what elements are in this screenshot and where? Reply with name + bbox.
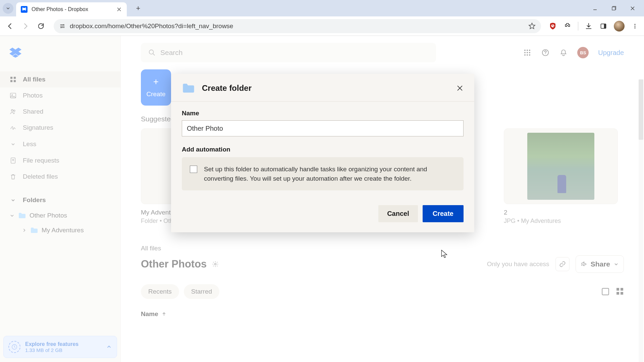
dropbox-favicon bbox=[21, 6, 28, 13]
create-folder-modal: Create folder Name Add automation Set up… bbox=[171, 74, 474, 232]
tab-search-dropdown[interactable] bbox=[3, 3, 13, 14]
new-tab-button[interactable]: + bbox=[132, 2, 144, 14]
svg-rect-1 bbox=[612, 7, 615, 10]
chevron-down-icon bbox=[6, 6, 10, 11]
extensions-icon[interactable] bbox=[563, 22, 572, 31]
reload-icon bbox=[37, 22, 45, 30]
forward-button[interactable] bbox=[20, 21, 31, 32]
dropbox-icon bbox=[22, 7, 26, 11]
downloads-icon[interactable] bbox=[584, 22, 593, 31]
browser-toolbar: dropbox.com/home/Other%20Photos?di=left_… bbox=[0, 16, 644, 36]
svg-point-7 bbox=[635, 24, 636, 25]
automation-option: Set up this folder to automatically hand… bbox=[182, 157, 464, 190]
ublock-extension-icon[interactable] bbox=[548, 22, 557, 31]
name-field-label: Name bbox=[182, 110, 464, 117]
tab-title: Other Photos - Dropbox bbox=[32, 6, 116, 12]
browser-profile-avatar[interactable] bbox=[614, 21, 625, 32]
bookmark-star-icon[interactable] bbox=[528, 22, 536, 30]
folder-name-input[interactable] bbox=[182, 120, 464, 136]
cancel-button[interactable]: Cancel bbox=[378, 205, 418, 222]
browser-tab[interactable]: Other Photos - Dropbox bbox=[16, 2, 127, 16]
browser-menu-icon[interactable] bbox=[631, 22, 639, 31]
automation-label: Add automation bbox=[182, 146, 464, 153]
arrow-right-icon bbox=[22, 22, 29, 30]
close-tab-icon[interactable] bbox=[116, 6, 122, 12]
modal-title: Create folder bbox=[202, 83, 252, 93]
svg-point-8 bbox=[635, 25, 636, 26]
automation-checkbox[interactable] bbox=[190, 166, 197, 173]
svg-point-9 bbox=[635, 27, 636, 28]
folder-icon bbox=[182, 82, 195, 94]
automation-description: Set up this folder to automatically hand… bbox=[204, 165, 455, 183]
svg-point-3 bbox=[60, 27, 61, 28]
create-confirm-button[interactable]: Create bbox=[423, 205, 464, 222]
separator bbox=[578, 22, 578, 31]
arrow-left-icon bbox=[6, 22, 14, 30]
site-settings-icon[interactable] bbox=[59, 23, 66, 29]
back-button[interactable] bbox=[5, 21, 15, 32]
address-bar[interactable]: dropbox.com/home/Other%20Photos?di=left_… bbox=[54, 19, 541, 33]
browser-tab-strip: Other Photos - Dropbox + bbox=[0, 0, 644, 16]
svg-rect-6 bbox=[604, 24, 606, 28]
sidepanel-icon[interactable] bbox=[599, 22, 608, 31]
close-icon[interactable] bbox=[456, 84, 464, 92]
window-controls bbox=[590, 4, 641, 13]
close-window-button[interactable] bbox=[628, 4, 637, 13]
svg-point-2 bbox=[63, 24, 64, 25]
reload-button[interactable] bbox=[36, 21, 46, 32]
url-text: dropbox.com/home/Other%20Photos?di=left_… bbox=[70, 22, 524, 30]
maximize-button[interactable] bbox=[609, 4, 619, 13]
minimize-button[interactable] bbox=[590, 4, 600, 13]
